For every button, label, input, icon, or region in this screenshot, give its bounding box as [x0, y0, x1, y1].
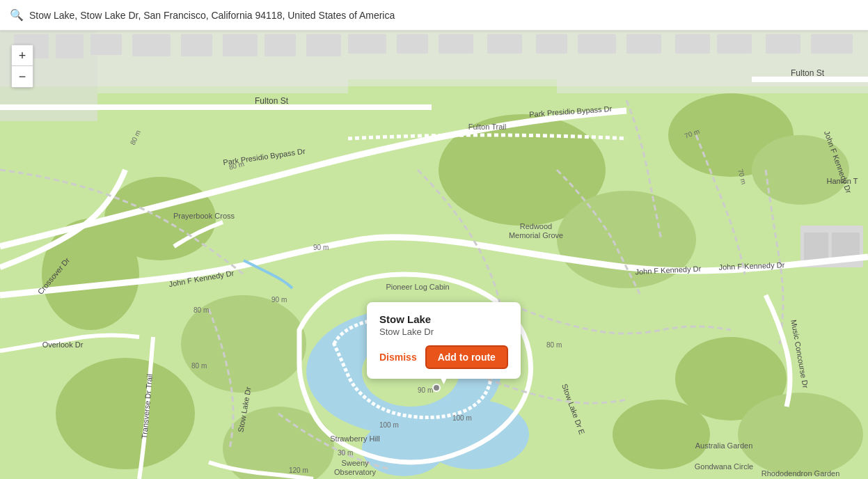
svg-text:80 m: 80 m: [194, 306, 209, 314]
svg-text:80 m: 80 m: [546, 341, 562, 349]
map-svg: Fulton St Fulton St Fulton Trail Park Pr…: [0, 31, 868, 479]
svg-text:Fulton Trail: Fulton Trail: [468, 123, 506, 131]
zoom-out-button[interactable]: −: [12, 66, 33, 87]
svg-rect-26: [804, 233, 828, 260]
popup-subtitle: Stow Lake Dr: [379, 327, 508, 337]
svg-text:Pioneer Log Cabin: Pioneer Log Cabin: [386, 283, 449, 291]
dismiss-button[interactable]: Dismiss: [379, 352, 417, 363]
svg-text:Memorial Grove: Memorial Grove: [509, 231, 563, 240]
map-area[interactable]: Fulton St Fulton St Fulton Trail Park Pr…: [0, 31, 868, 479]
svg-text:Prayerbook Cross: Prayerbook Cross: [173, 212, 235, 220]
svg-point-38: [738, 393, 863, 476]
search-icon: 🔍: [10, 8, 24, 22]
svg-text:Strawberry Hill: Strawberry Hill: [330, 434, 380, 443]
svg-text:120 m: 120 m: [289, 466, 308, 474]
svg-text:90 m: 90 m: [313, 244, 329, 251]
search-bar: 🔍: [0, 0, 868, 31]
svg-text:30 m: 30 m: [338, 449, 353, 457]
svg-point-31: [56, 358, 195, 469]
svg-text:Fulton St: Fulton St: [255, 96, 289, 106]
svg-text:100 m: 100 m: [452, 414, 472, 422]
svg-text:Observatory: Observatory: [334, 468, 376, 476]
svg-text:Fulton St: Fulton St: [791, 68, 825, 78]
svg-rect-24: [811, 34, 853, 54]
svg-rect-16: [439, 34, 473, 54]
svg-rect-23: [766, 34, 800, 54]
svg-rect-15: [397, 34, 428, 54]
svg-rect-19: [578, 34, 616, 54]
svg-text:90 m: 90 m: [418, 386, 433, 394]
svg-rect-14: [348, 34, 386, 54]
svg-rect-18: [536, 34, 567, 54]
svg-rect-13: [306, 34, 341, 56]
svg-text:Redwood: Redwood: [520, 222, 552, 230]
svg-text:Sweeny: Sweeny: [341, 459, 369, 467]
svg-rect-20: [626, 34, 661, 54]
svg-rect-12: [265, 34, 296, 56]
svg-text:Rhododendron Garden: Rhododendron Garden: [762, 469, 840, 478]
svg-rect-22: [717, 34, 752, 54]
search-input[interactable]: [29, 10, 858, 21]
svg-text:100 m: 100 m: [379, 421, 399, 429]
popup-actions: Dismiss Add to route: [379, 345, 508, 369]
add-route-button[interactable]: Add to route: [425, 345, 508, 369]
svg-point-86: [433, 384, 440, 391]
svg-text:80 m: 80 m: [191, 362, 207, 370]
svg-rect-8: [90, 34, 122, 55]
svg-text:Overlook Dr: Overlook Dr: [42, 340, 84, 349]
location-popup: Stow Lake Stow Lake Dr Dismiss Add to ro…: [367, 302, 521, 379]
svg-point-39: [613, 400, 710, 469]
svg-rect-10: [181, 34, 212, 56]
svg-text:Australia Garden: Australia Garden: [695, 441, 753, 450]
zoom-in-button[interactable]: +: [12, 45, 33, 66]
svg-rect-9: [132, 34, 171, 56]
svg-rect-7: [56, 34, 84, 58]
svg-rect-17: [487, 34, 522, 54]
popup-title: Stow Lake: [379, 313, 508, 325]
svg-text:90 m: 90 m: [271, 296, 287, 304]
svg-rect-11: [223, 34, 258, 56]
zoom-controls: + −: [11, 45, 33, 88]
svg-rect-21: [675, 34, 710, 54]
svg-text:Gondwana Circle: Gondwana Circle: [695, 462, 753, 471]
